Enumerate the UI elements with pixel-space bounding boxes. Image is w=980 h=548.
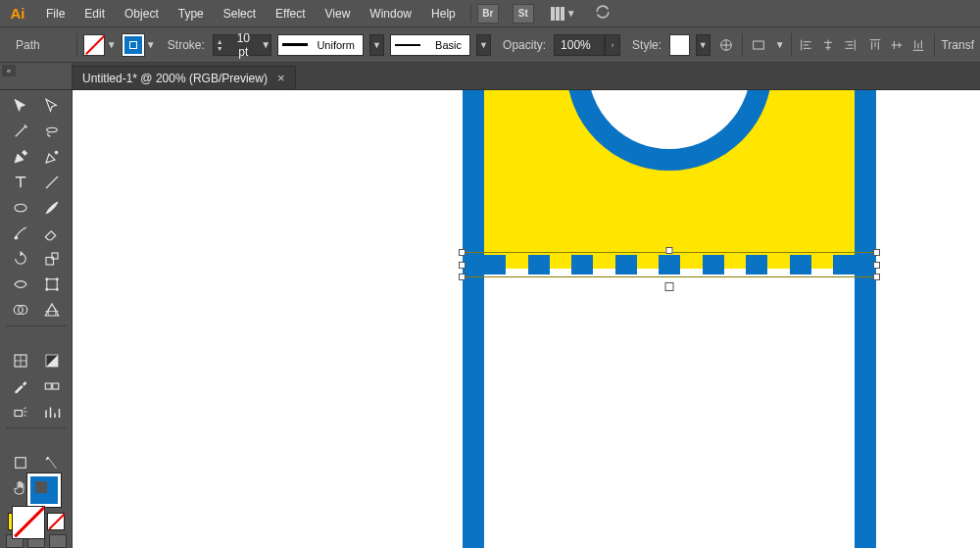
style-label: Style:	[632, 38, 662, 52]
eyedropper-tool-icon[interactable]	[6, 374, 35, 398]
svg-point-11	[56, 288, 58, 290]
chevron-down-icon[interactable]: ▼	[261, 39, 270, 50]
eraser-tool-icon[interactable]	[37, 222, 67, 245]
stroke-color-indicator[interactable]	[27, 473, 61, 507]
close-tab-icon[interactable]: ×	[277, 71, 285, 85]
symbol-sprayer-tool-icon[interactable]	[6, 400, 35, 423]
chevron-down-icon[interactable]: ▼	[369, 34, 384, 56]
svg-point-10	[45, 288, 47, 290]
selection-handle[interactable]	[873, 262, 880, 269]
brush-preview-icon	[391, 35, 424, 55]
align-horizontal-group	[797, 34, 859, 56]
selection-handle[interactable]	[459, 249, 466, 256]
slice-tool-icon[interactable]	[37, 451, 67, 474]
menu-select[interactable]: Select	[215, 3, 265, 25]
lasso-tool-icon[interactable]	[37, 120, 67, 143]
selection-handle[interactable]	[873, 274, 880, 280]
sync-settings-icon[interactable]	[593, 2, 612, 25]
gradient-tool-icon[interactable]	[37, 349, 67, 373]
divider	[934, 33, 935, 57]
screen-mode2-icon[interactable]	[49, 534, 67, 548]
menu-help[interactable]: Help	[422, 3, 465, 25]
divider	[742, 33, 743, 57]
stroke-swatch[interactable]	[122, 34, 144, 56]
align-vcenter-icon[interactable]	[887, 34, 906, 56]
chevron-down-icon[interactable]: ▼	[146, 39, 156, 50]
document-tab-title: Untitled-1* @ 200% (RGB/Preview)	[82, 72, 268, 85]
perspective-grid-tool-icon[interactable]	[37, 298, 67, 322]
scale-tool-icon[interactable]	[37, 247, 67, 271]
fill-swatch-group: ▼	[83, 34, 117, 56]
color-mode-none[interactable]	[47, 513, 65, 530]
align-vertical-group	[865, 34, 928, 56]
selection-handle[interactable]	[459, 274, 466, 280]
fill-swatch-none[interactable]	[83, 34, 105, 56]
opacity-value[interactable]: 100%	[554, 34, 605, 56]
align-bottom-icon[interactable]	[908, 34, 928, 56]
mesh-tool-icon[interactable]	[6, 349, 35, 373]
stroke-weight-value[interactable]: 10 pt	[225, 31, 261, 59]
paintbrush-tool-icon[interactable]	[37, 196, 67, 220]
chevron-down-icon[interactable]: ▼	[476, 34, 491, 56]
bridge-button[interactable]: Br	[477, 4, 499, 24]
stock-button[interactable]: St	[513, 4, 534, 24]
arrange-documents-button[interactable]: ▼	[548, 4, 579, 24]
control-bar: Path ▼ ▼ Stroke: ▲▼ 10 pt ▼ Uniform ▼ Ba…	[0, 27, 980, 63]
document-tab[interactable]: Untitled-1* @ 200% (RGB/Preview) ×	[73, 66, 296, 89]
brush-definition-dropdown[interactable]: Basic	[390, 34, 470, 56]
shaper-tool-icon[interactable]	[6, 222, 35, 245]
canvas[interactable]	[73, 90, 980, 548]
menu-window[interactable]: Window	[361, 3, 420, 25]
collapse-tools-icon[interactable]: «	[2, 65, 16, 76]
transform-panel-link[interactable]: Transf	[941, 38, 974, 52]
fill-color-indicator[interactable]	[12, 506, 45, 539]
opacity-control: 100% ›	[554, 34, 620, 56]
dashed-stroke-path[interactable]	[484, 255, 855, 274]
graphic-style-swatch[interactable]	[669, 34, 690, 56]
menu-edit[interactable]: Edit	[75, 3, 114, 25]
selection-handle[interactable]	[665, 282, 674, 291]
width-tool-icon[interactable]	[6, 273, 35, 296]
chevron-down-icon[interactable]: ▼	[107, 39, 117, 50]
selection-edge	[463, 276, 876, 277]
svg-point-8	[45, 278, 47, 280]
stroke-weight-stepper[interactable]: ▲▼ 10 pt ▼	[213, 34, 271, 56]
align-top-icon[interactable]	[865, 34, 885, 56]
stepper-arrows-icon[interactable]: ▲▼	[214, 38, 226, 52]
artboard-tool-icon[interactable]	[6, 451, 35, 474]
app-root: Ai File Edit Object Type Select Effect V…	[0, 0, 980, 548]
magic-wand-tool-icon[interactable]	[6, 120, 35, 143]
selection-handle[interactable]	[873, 249, 880, 256]
align-to-selection-icon[interactable]	[749, 34, 768, 56]
selection-handle[interactable]	[666, 247, 673, 254]
shirt-side-right	[855, 90, 876, 548]
fill-stroke-indicator[interactable]	[12, 506, 61, 507]
menu-bar: Ai File Edit Object Type Select Effect V…	[0, 0, 980, 27]
chevron-right-icon[interactable]: ›	[605, 34, 620, 56]
column-graph-tool-icon[interactable]	[37, 400, 67, 423]
recolor-artwork-icon[interactable]	[716, 34, 736, 56]
ellipse-tool-icon[interactable]	[6, 196, 35, 220]
shape-builder-tool-icon[interactable]	[6, 298, 35, 322]
menu-file[interactable]: File	[37, 3, 74, 25]
selection-handle[interactable]	[459, 262, 466, 269]
selection-tool-icon[interactable]	[6, 94, 35, 118]
variable-width-profile-dropdown[interactable]: Uniform	[277, 34, 364, 56]
type-tool-icon[interactable]	[6, 171, 35, 194]
align-left-icon[interactable]	[797, 34, 816, 56]
curvature-tool-icon[interactable]	[37, 145, 67, 169]
menu-object[interactable]: Object	[116, 3, 168, 25]
chevron-down-icon[interactable]: ▼	[696, 34, 710, 56]
menu-type[interactable]: Type	[170, 3, 213, 25]
align-right-icon[interactable]	[840, 34, 859, 56]
rotate-tool-icon[interactable]	[6, 247, 35, 271]
align-hcenter-icon[interactable]	[818, 34, 838, 56]
free-transform-tool-icon[interactable]	[37, 273, 67, 296]
menu-effect[interactable]: Effect	[267, 3, 314, 25]
line-segment-tool-icon[interactable]	[37, 171, 67, 194]
blend-tool-icon[interactable]	[37, 374, 67, 398]
menu-view[interactable]: View	[317, 3, 360, 25]
pen-tool-icon[interactable]	[6, 145, 35, 169]
chevron-down-icon[interactable]: ▼	[775, 39, 785, 50]
direct-selection-tool-icon[interactable]	[37, 94, 67, 118]
